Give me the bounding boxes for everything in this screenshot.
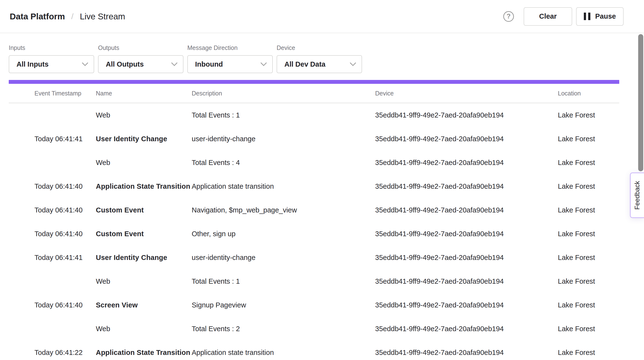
table-row[interactable]: Today 06:41:41 User Identity Change user… — [9, 246, 619, 269]
filter-device: Device All Dev Data — [276, 44, 362, 73]
cell-name: Custom Event — [96, 230, 192, 238]
message-direction-filter-label: Message Direction — [187, 44, 273, 51]
cell-description: Application state transition — [192, 182, 375, 190]
pause-icon — [584, 12, 590, 20]
table-row[interactable]: Today 06:41:40 Screen View Signup Pagevi… — [9, 293, 619, 317]
cell-name: Web — [96, 277, 192, 285]
cell-device: 35eddb41-9ff9-49e2-7aed-20afa90eb194 — [375, 182, 558, 190]
cell-timestamp: Today 06:41:40 — [34, 301, 96, 309]
cell-location: Lake Forest — [558, 349, 619, 357]
chevron-down-icon — [350, 60, 356, 66]
cell-location: Lake Forest — [558, 277, 619, 285]
cell-device: 35eddb41-9ff9-49e2-7aed-20afa90eb194 — [375, 135, 558, 143]
cell-timestamp: Today 06:41:40 — [34, 206, 96, 214]
table-row[interactable]: Today 06:41:41 User Identity Change user… — [9, 127, 619, 151]
cell-location: Lake Forest — [558, 159, 619, 167]
cell-description: Signup Pageview — [192, 301, 375, 309]
cell-device: 35eddb41-9ff9-49e2-7aed-20afa90eb194 — [375, 230, 558, 238]
page-header: Data Platform / Live Stream ? Clear Paus… — [0, 0, 644, 33]
cell-name: Web — [96, 325, 192, 333]
event-stream: Event Timestamp Name Description Device … — [9, 80, 619, 360]
device-filter-label: Device — [276, 44, 362, 51]
column-header-description: Description — [192, 90, 375, 97]
cell-device: 35eddb41-9ff9-49e2-7aed-20afa90eb194 — [375, 325, 558, 333]
chevron-down-icon — [82, 60, 88, 66]
device-dropdown[interactable]: All Dev Data — [276, 55, 362, 73]
cell-device: 35eddb41-9ff9-49e2-7aed-20afa90eb194 — [375, 159, 558, 167]
cell-timestamp: Today 06:41:40 — [34, 182, 96, 190]
pause-button[interactable]: Pause — [576, 7, 624, 26]
table-row[interactable]: Today 06:41:40 Custom Event Other, sign … — [9, 222, 619, 246]
cell-timestamp: Today 06:41:22 — [34, 349, 96, 357]
cell-timestamp: Today 06:41:41 — [34, 254, 96, 262]
table-row[interactable]: Today 06:41:40 Application State Transit… — [9, 175, 619, 198]
cell-device: 35eddb41-9ff9-49e2-7aed-20afa90eb194 — [375, 301, 558, 309]
chevron-down-icon — [260, 60, 267, 66]
column-header-event-timestamp: Event Timestamp — [34, 90, 96, 97]
cell-name: Application State Transition — [96, 349, 192, 357]
cell-name: User Identity Change — [96, 135, 192, 143]
cell-device: 35eddb41-9ff9-49e2-7aed-20afa90eb194 — [375, 254, 558, 262]
cell-timestamp: Today 06:41:40 — [34, 230, 96, 238]
cell-device: 35eddb41-9ff9-49e2-7aed-20afa90eb194 — [375, 206, 558, 214]
cell-name: User Identity Change — [96, 254, 192, 262]
help-icon[interactable]: ? — [503, 11, 514, 22]
message-direction-dropdown[interactable]: Inbound — [187, 55, 273, 73]
clear-button[interactable]: Clear — [524, 7, 572, 26]
table-row[interactable]: Web Total Events : 4 35eddb41-9ff9-49e2-… — [9, 151, 619, 175]
outputs-dropdown[interactable]: All Outputs — [98, 55, 184, 73]
cell-description: Other, sign up — [192, 230, 375, 238]
cell-description: Total Events : 2 — [192, 325, 375, 333]
cell-description: Application state transition — [192, 349, 375, 357]
breadcrumb-separator: / — [71, 12, 74, 21]
cell-location: Lake Forest — [558, 254, 619, 262]
inputs-dropdown-value: All Inputs — [16, 60, 83, 68]
filter-bar: Inputs All Inputs Outputs All Outputs Me… — [0, 33, 644, 73]
event-table-body: Web Total Events : 1 35eddb41-9ff9-49e2-… — [9, 103, 619, 360]
outputs-dropdown-value: All Outputs — [106, 60, 172, 68]
column-header-location: Location — [558, 90, 619, 97]
message-direction-dropdown-value: Inbound — [195, 60, 261, 68]
cell-description: user-identity-change — [192, 254, 375, 262]
cell-location: Lake Forest — [558, 135, 619, 143]
chevron-down-icon — [171, 60, 178, 66]
inputs-filter-label: Inputs — [9, 44, 94, 51]
table-row[interactable]: Web Total Events : 2 35eddb41-9ff9-49e2-… — [9, 317, 619, 341]
feedback-tab[interactable]: Feedback — [630, 173, 644, 218]
table-row[interactable]: Web Total Events : 1 35eddb41-9ff9-49e2-… — [9, 269, 619, 293]
cell-name: Web — [96, 159, 192, 167]
table-row[interactable]: Web Total Events : 1 35eddb41-9ff9-49e2-… — [9, 103, 619, 127]
filter-inputs: Inputs All Inputs — [9, 44, 94, 73]
scrollbar-thumb[interactable] — [638, 34, 643, 171]
cell-location: Lake Forest — [558, 301, 619, 309]
cell-device: 35eddb41-9ff9-49e2-7aed-20afa90eb194 — [375, 277, 558, 285]
outputs-filter-label: Outputs — [98, 44, 184, 51]
cell-device: 35eddb41-9ff9-49e2-7aed-20afa90eb194 — [375, 111, 558, 119]
filter-outputs: Outputs All Outputs — [98, 44, 184, 73]
table-row[interactable]: Today 06:41:22 Application State Transit… — [9, 341, 619, 360]
column-header-name: Name — [96, 90, 192, 97]
clear-button-label: Clear — [539, 12, 557, 20]
cell-location: Lake Forest — [558, 230, 619, 238]
breadcrumb-data-platform[interactable]: Data Platform — [10, 12, 65, 21]
table-row[interactable]: Today 06:41:40 Custom Event Navigation, … — [9, 198, 619, 222]
help-glyph: ? — [507, 12, 511, 20]
breadcrumb: Data Platform / Live Stream — [10, 12, 125, 21]
page-title: Live Stream — [80, 12, 125, 21]
cell-description: Navigation, $mp_web_page_view — [192, 206, 375, 214]
live-stream-page: Data Platform / Live Stream ? Clear Paus… — [0, 0, 644, 360]
cell-location: Lake Forest — [558, 182, 619, 190]
cell-timestamp: Today 06:41:41 — [34, 135, 96, 143]
stream-accent-bar — [9, 80, 619, 84]
inputs-dropdown[interactable]: All Inputs — [9, 55, 94, 73]
device-dropdown-value: All Dev Data — [284, 60, 351, 68]
cell-location: Lake Forest — [558, 111, 619, 119]
cell-description: Total Events : 1 — [192, 277, 375, 285]
cell-description: Total Events : 1 — [192, 111, 375, 119]
cell-name: Screen View — [96, 301, 192, 309]
cell-location: Lake Forest — [558, 206, 619, 214]
column-header-device: Device — [375, 90, 558, 97]
feedback-tab-label: Feedback — [634, 181, 641, 210]
cell-description: user-identity-change — [192, 135, 375, 143]
filter-message-direction: Message Direction Inbound — [187, 44, 273, 73]
